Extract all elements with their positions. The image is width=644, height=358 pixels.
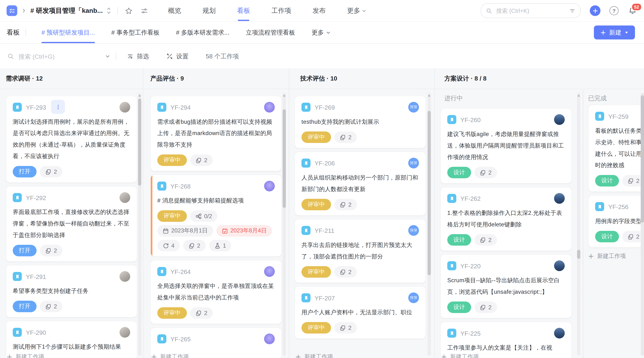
board-toolbar: 筛选 设置 58 个工作项 (0, 44, 644, 69)
add-work-item-button[interactable]: 新建工作项 (441, 352, 572, 358)
links-badge: 2 (40, 245, 62, 256)
board-view-tab-multiversion[interactable]: # 多版本研发需求... (176, 22, 230, 43)
scrollbar[interactable] (577, 93, 580, 356)
work-item-type-icon (302, 103, 310, 112)
kanban-card[interactable]: YF-291希望事务类型支持创建子任务打开2 (6, 265, 137, 318)
work-item-type-icon (13, 272, 22, 281)
assignee-avatar (264, 334, 275, 344)
card-title: 需求或者bug描述的部分描述框可以支持视频上传，是否是markdown语言的描述… (158, 116, 275, 150)
card-header: YF-207萍萍 (302, 292, 419, 303)
column-cards-research: YF-293测试计划选择而用例时，展示的是所有用例，是否可以考虑只筛选出来评审通… (6, 96, 137, 358)
link-icon (480, 237, 486, 243)
scrollbar-thumb[interactable] (282, 109, 286, 208)
card-header: YF-268 (158, 181, 275, 191)
status-badge: 设计 (595, 231, 619, 242)
nav-item-release[interactable]: 发布 (312, 6, 326, 15)
card-menu-button[interactable] (51, 100, 65, 114)
card-id: YF-260 (460, 116, 480, 123)
work-item-type-icon (447, 115, 456, 124)
kanban-card[interactable]: YF-220Scrum项目--缺陷--导出缺陷点击后展示空白页，浏览器代码【un… (440, 254, 572, 318)
card-header: YF-290 (13, 327, 130, 338)
add-work-item-button[interactable]: 新建工作项 (295, 352, 427, 358)
quick-create-button[interactable] (590, 5, 600, 16)
global-search[interactable] (480, 3, 581, 18)
assignee-avatar (120, 192, 130, 203)
link-icon (480, 170, 486, 176)
board-view-tab-approval-flow[interactable]: 立项流程管理看板 (246, 22, 295, 43)
nav-item-planning[interactable]: 规划 (202, 6, 216, 15)
app-logo-icon[interactable] (6, 5, 17, 16)
badge-value: 2 (348, 201, 351, 208)
board-view-tabs: # 预研型研发项目... # 事务型工作看板 # 多版本研发需求... 立项流程… (42, 22, 330, 43)
scrollbar[interactable] (641, 93, 644, 356)
kanban-card[interactable]: YF-269萍萍testhub支持我的测试计划展示评审中2 (294, 96, 426, 148)
add-work-item-button[interactable]: 新建工作项 (588, 251, 644, 260)
kanban-card[interactable]: YF-207萍萍用户个人账户资料中，无法显示部门、职位评审中2 (294, 286, 426, 339)
card-badges: 打开2 (13, 245, 130, 256)
work-item-type-icon (447, 194, 456, 203)
scrollbar[interactable] (428, 93, 431, 356)
scrollbar[interactable] (282, 93, 286, 356)
link-icon (628, 234, 634, 240)
scroll-up-arrow[interactable] (428, 94, 430, 96)
links-badge: 2 (190, 154, 213, 166)
scroll-up-arrow[interactable] (283, 94, 285, 96)
kanban-card[interactable]: YF-294需求或者bug描述的部分描述框可以支持视频上传，是否是markdow… (150, 96, 282, 171)
kanban-card[interactable]: YF-293测试计划选择而用例时，展示的是所有用例，是否可以考虑只筛选出来评审通… (6, 96, 137, 183)
status-badge: 设计 (447, 234, 471, 246)
card-badges: 设计2 (447, 167, 565, 178)
column-title-tech-eval: 技术评估 · 10 (300, 75, 337, 82)
board-view-tab-more[interactable]: 更多 (312, 22, 330, 43)
kanban-card[interactable]: YF-259看板的默认任务类型 示史诗、特性和事 建什么，可以让用 时的挫败感设… (588, 105, 644, 192)
kanban-card[interactable]: YF-268# 消息提醒能够支持邮箱提醒选项评审中0/22023年8月1日202… (150, 174, 282, 257)
nav-item-more[interactable]: 更多 (347, 6, 366, 15)
status-badge: 评审中 (158, 154, 187, 166)
notifications-button[interactable]: 52 (628, 6, 638, 16)
help-icon[interactable]: ? (610, 6, 618, 15)
kanban-card[interactable]: YF-264全局选择关联的弹窗中，是否单独置顶或在某处集中展示当前已选中的工作项… (150, 260, 282, 324)
card-badges: 打开2 (13, 166, 130, 178)
star-favorite-icon[interactable] (124, 6, 134, 16)
nav-item-work-items[interactable]: 工作项 (272, 6, 291, 15)
add-work-item-button[interactable]: 新建工作项 (6, 352, 138, 358)
badge-value: 2 (54, 303, 57, 310)
kanban-card[interactable]: YF-2621.整个表格的删除操作入口太深2.光标处于表格后方时可使用delet… (440, 187, 572, 251)
scrollbar[interactable] (138, 93, 141, 356)
card-title: 测试计划选择而用例时，展示的是所有用例，是否可以考虑只筛选出来评审通过的用例。无… (13, 116, 130, 162)
scrollbar-thumb[interactable] (577, 250, 580, 259)
create-work-item-button[interactable]: 新建 (594, 26, 635, 39)
kanban-card[interactable]: YF-206萍萍人员从组织架构移动到另一个部门，原部门和新部门的人数都没有更新评… (294, 152, 426, 216)
scrollbar-thumb[interactable] (428, 111, 431, 275)
kanban-card[interactable]: YF-211萍萍共享出去后的链接地址，打开图片预览太大了，顶部会遮挡住图片的一部… (294, 219, 426, 283)
work-item-type-icon (447, 328, 456, 338)
link-icon (340, 134, 346, 140)
filter-button[interactable]: 筛选 (127, 52, 149, 60)
scroll-up-arrow[interactable] (578, 94, 580, 96)
board-view-tab-preresearch[interactable]: # 预研型研发项目... (42, 22, 95, 43)
card-title: 用户个人账户资料中，无法显示部门、职位 (302, 306, 419, 318)
board-search-input[interactable] (18, 52, 102, 60)
card-header: YF-292 (13, 192, 130, 203)
view-settings-icon[interactable] (139, 6, 149, 16)
kanban-card[interactable]: YF-292界面最底部工作项，直接修改状态的状态选择弹窗，希望像协作版一样能自动… (6, 186, 137, 262)
badge-value: 2023年8月4日 (230, 227, 267, 234)
switcher-icon[interactable] (106, 6, 112, 15)
scrollbar-thumb[interactable] (138, 99, 141, 186)
global-search-input[interactable] (496, 7, 566, 14)
card-badges: 设计2 (595, 231, 644, 242)
add-work-item-button[interactable]: 新建工作项 (151, 352, 282, 358)
board-search[interactable] (7, 52, 110, 60)
scrollbar-thumb[interactable] (641, 95, 644, 223)
badge-value: 2 (348, 324, 351, 331)
nav-item-overview[interactable]: 概览 (168, 6, 181, 15)
links-badge: 2 (474, 167, 497, 178)
link-icon (340, 269, 346, 275)
scroll-up-arrow[interactable] (138, 94, 141, 96)
nav-item-board[interactable]: 看板 (237, 6, 250, 15)
badge-value: 2 (54, 168, 57, 175)
kanban-card[interactable]: YF-260建议飞书版agile，考虑做用量提醒弹窗或推送，体验版用户隔两周提醒… (440, 108, 572, 184)
kanban-card[interactable]: YF-256用例库的字段类型设计2 (588, 195, 644, 248)
board-view-tab-transaction[interactable]: # 事务型工作看板 (111, 22, 160, 43)
work-item-type-icon (595, 112, 604, 120)
settings-button[interactable]: 设置 (166, 52, 188, 60)
